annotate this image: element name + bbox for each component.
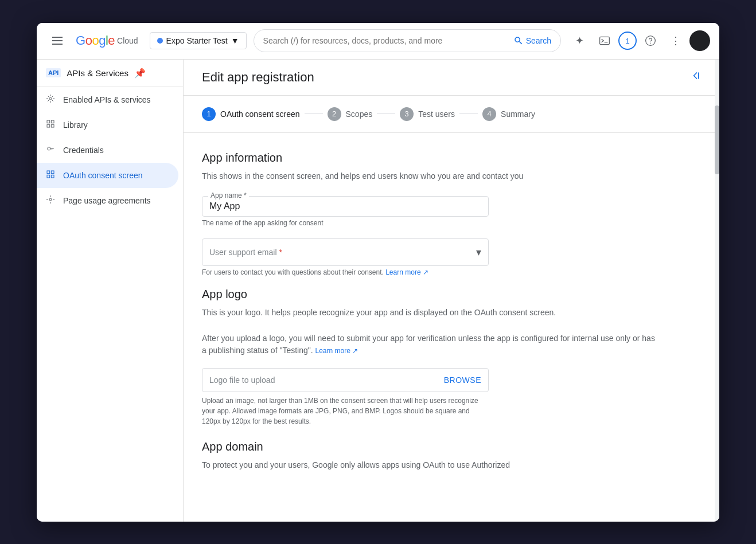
enabled-apis-icon <box>46 94 55 105</box>
step-divider-1 <box>305 114 323 114</box>
app-name-hint: The name of the app asking for consent <box>202 219 658 227</box>
dropdown-arrow-icon: ▾ <box>476 246 481 259</box>
step-1[interactable]: 1 OAuth consent screen <box>202 107 300 121</box>
collapse-panel-icon[interactable] <box>689 70 701 84</box>
logo-upload-placeholder: Logo file to upload <box>209 375 275 385</box>
svg-rect-7 <box>47 120 50 123</box>
logo-upload-field: Logo file to upload BROWSE Upload an ima… <box>202 368 658 426</box>
credentials-label: Credentials <box>63 146 104 155</box>
app-name-label: App name * <box>208 191 249 199</box>
page-title: Edit app registration <box>202 70 314 85</box>
svg-rect-13 <box>51 171 54 174</box>
stepper: 1 OAuth consent screen 2 Scopes 3 Test u… <box>184 96 719 133</box>
required-asterisk: * <box>279 248 282 257</box>
step-1-label: OAuth consent screen <box>220 109 300 119</box>
step-4[interactable]: 4 Summary <box>482 107 535 121</box>
cloud-text: Cloud <box>117 36 138 45</box>
search-label: Search <box>526 36 551 45</box>
project-dot <box>157 38 163 44</box>
svg-point-5 <box>650 43 651 44</box>
sidebar-item-enabled-apis[interactable]: Enabled APIs & services <box>37 87 178 112</box>
google-cloud-logo: Google Cloud <box>76 33 138 48</box>
library-icon <box>46 119 55 131</box>
browse-button[interactable]: BROWSE <box>444 375 481 385</box>
app-domain-desc: To protect you and your users, Google on… <box>202 459 658 471</box>
svg-rect-3 <box>600 37 610 44</box>
help-icon[interactable] <box>639 29 662 52</box>
step-4-number: 4 <box>482 107 496 121</box>
step-1-number: 1 <box>202 107 216 121</box>
oauth-consent-label: OAuth consent screen <box>63 171 143 180</box>
cloud-shell-icon[interactable] <box>593 29 616 52</box>
sidebar-item-credentials[interactable]: Credentials <box>37 138 178 163</box>
logo-upload-box: Logo file to upload BROWSE <box>202 368 489 392</box>
gemini-icon[interactable]: ✦ <box>568 29 591 52</box>
app-logo-title: App logo <box>202 288 658 301</box>
svg-rect-1 <box>52 40 63 41</box>
form-body: App information This shows in the consen… <box>184 133 677 503</box>
sidebar-item-library[interactable]: Library <box>37 112 178 138</box>
user-support-hint: For users to contact you with questions … <box>202 268 658 276</box>
svg-rect-2 <box>52 44 63 45</box>
scrollbar-thumb[interactable] <box>715 105 719 174</box>
svg-rect-10 <box>51 124 54 127</box>
app-name-input-wrap: App name * <box>202 196 489 217</box>
project-name: Expo Starter Test <box>166 36 228 45</box>
topbar: Google Cloud Expo Starter Test ▼ Search … <box>37 23 719 60</box>
svg-rect-15 <box>51 175 54 178</box>
step-3[interactable]: 3 Test users <box>400 107 455 121</box>
topbar-icons: ✦ 1 ⋮ <box>568 29 710 52</box>
search-button[interactable]: Search <box>513 36 551 46</box>
scrollbar-track <box>715 60 719 522</box>
app-name-field: App name * The name of the app asking fo… <box>202 196 658 227</box>
user-support-label: User support email * <box>209 248 282 257</box>
page-usage-label: Page usage agreements <box>63 196 151 205</box>
sidebar-header: API APIs & Services 📌 <box>37 60 183 87</box>
svg-rect-0 <box>52 37 63 38</box>
app-name-input[interactable] <box>209 201 481 212</box>
sidebar-item-page-usage[interactable]: Page usage agreements <box>37 188 178 213</box>
app-domain-title: App domain <box>202 440 658 453</box>
api-badge: API <box>46 68 61 77</box>
search-bar: Search <box>254 29 561 52</box>
content-area: Edit app registration 1 OAuth consent sc… <box>184 60 719 522</box>
more-options-icon[interactable]: ⋮ <box>664 29 687 52</box>
app-logo-desc2: After you upload a logo, you will need t… <box>202 332 658 357</box>
svg-point-4 <box>646 36 656 46</box>
sidebar-title: APIs & Services <box>67 68 128 78</box>
step-divider-3 <box>459 114 478 114</box>
menu-icon[interactable] <box>46 29 69 52</box>
user-support-learn-more-link[interactable]: Learn more ↗ <box>385 268 428 276</box>
step-2[interactable]: 2 Scopes <box>328 107 373 121</box>
step-2-number: 2 <box>328 107 341 121</box>
app-logo-learn-more-link[interactable]: Learn more ↗ <box>315 347 358 355</box>
step-3-number: 3 <box>400 107 414 121</box>
search-input[interactable] <box>263 36 509 45</box>
page-usage-icon <box>46 195 55 206</box>
project-selector[interactable]: Expo Starter Test ▼ <box>150 32 247 49</box>
app-info-desc: This shows in the consent screen, and he… <box>202 170 658 182</box>
main-area: API APIs & Services 📌 Enabled APIs & ser… <box>37 60 719 522</box>
app-window: Google Cloud Expo Starter Test ▼ Search … <box>37 23 719 522</box>
credentials-icon <box>46 144 55 156</box>
svg-rect-9 <box>47 124 50 127</box>
notification-badge[interactable]: 1 <box>618 32 637 50</box>
pin-icon[interactable]: 📌 <box>134 68 146 79</box>
user-support-field: User support email * ▾ For users to cont… <box>202 238 658 276</box>
notification-count: 1 <box>625 37 629 45</box>
oauth-consent-icon <box>46 170 55 181</box>
svg-rect-14 <box>47 175 50 178</box>
upload-hint: Upload an image, not larger than 1MB on … <box>202 396 489 426</box>
svg-rect-12 <box>47 171 50 174</box>
user-support-select[interactable]: User support email * ▾ <box>202 238 489 266</box>
app-logo-desc1: This is your logo. It helps people recog… <box>202 307 658 319</box>
sidebar-item-oauth-consent[interactable]: OAuth consent screen <box>37 163 178 188</box>
content-header: Edit app registration <box>184 60 719 96</box>
step-divider-2 <box>377 114 395 114</box>
svg-point-6 <box>49 97 52 100</box>
project-dropdown-icon: ▼ <box>231 36 239 45</box>
avatar[interactable] <box>689 30 710 51</box>
step-2-label: Scopes <box>346 109 373 119</box>
svg-point-11 <box>48 147 50 150</box>
sidebar: API APIs & Services 📌 Enabled APIs & ser… <box>37 60 184 522</box>
